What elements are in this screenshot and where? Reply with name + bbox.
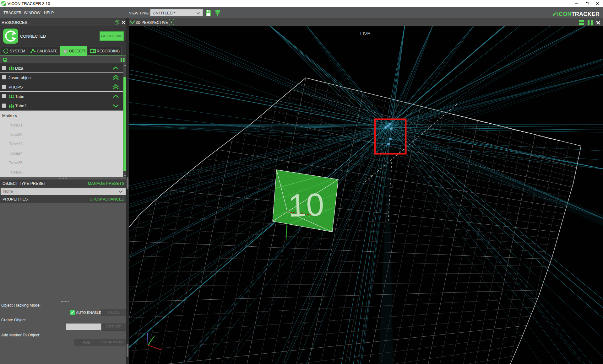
svg-text:10: 10 bbox=[288, 186, 324, 223]
svg-text:LIVE: LIVE bbox=[360, 31, 371, 36]
